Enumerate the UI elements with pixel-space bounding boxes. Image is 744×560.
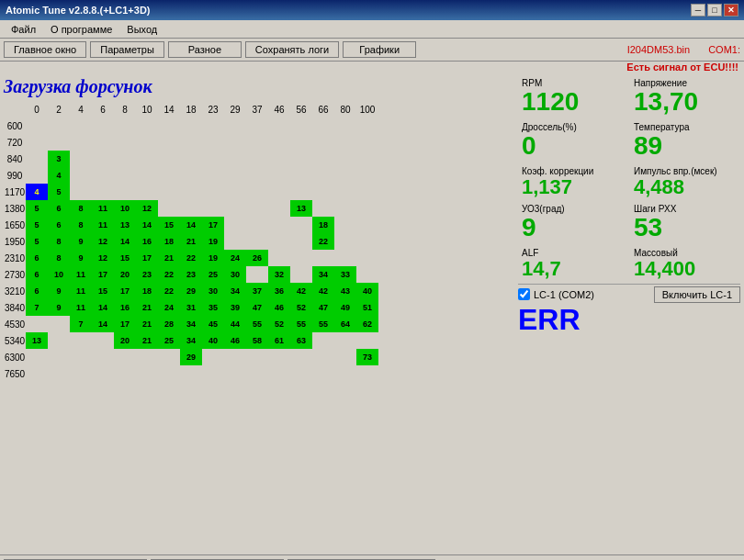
- grid-cell-empty[interactable]: [92, 134, 114, 151]
- grid-cell[interactable]: 16: [136, 233, 158, 250]
- grid-cell[interactable]: 32: [268, 266, 290, 283]
- grid-cell[interactable]: 26: [246, 250, 268, 266]
- grid-cell-empty[interactable]: [158, 151, 180, 167]
- grid-cell[interactable]: 5: [26, 217, 48, 233]
- grid-cell-empty[interactable]: [246, 365, 268, 382]
- grid-cell[interactable]: 64: [334, 316, 356, 332]
- grid-cell-empty[interactable]: [290, 217, 312, 233]
- grid-cell-empty[interactable]: [92, 151, 114, 167]
- grid-cell-empty[interactable]: [224, 118, 246, 134]
- grid-cell[interactable]: 39: [224, 299, 246, 316]
- grid-cell[interactable]: 4: [48, 167, 70, 184]
- grid-cell-empty[interactable]: [312, 200, 334, 217]
- grid-cell[interactable]: 49: [334, 299, 356, 316]
- grid-cell[interactable]: 5: [48, 184, 70, 200]
- grid-cell[interactable]: 24: [224, 250, 246, 266]
- grid-cell[interactable]: 34: [312, 266, 334, 283]
- grid-cell[interactable]: 24: [158, 299, 180, 316]
- grid-cell-empty[interactable]: [312, 184, 334, 200]
- grid-cell-empty[interactable]: [70, 332, 92, 349]
- grid-cell[interactable]: 13: [114, 217, 136, 233]
- grid-cell[interactable]: 47: [246, 299, 268, 316]
- grid-cell-empty[interactable]: [48, 316, 70, 332]
- grid-cell-empty[interactable]: [158, 167, 180, 184]
- grid-cell-empty[interactable]: [70, 349, 92, 365]
- grid-cell[interactable]: 12: [92, 250, 114, 266]
- grid-cell[interactable]: 21: [180, 233, 202, 250]
- grid-cell[interactable]: 15: [92, 283, 114, 299]
- grid-cell[interactable]: 47: [312, 299, 334, 316]
- grid-cell-empty[interactable]: [180, 151, 202, 167]
- grid-cell-empty[interactable]: [290, 233, 312, 250]
- grid-cell[interactable]: 31: [180, 299, 202, 316]
- grid-cell[interactable]: 12: [136, 200, 158, 217]
- grid-cell-empty[interactable]: [70, 134, 92, 151]
- grid-cell[interactable]: 22: [180, 250, 202, 266]
- grid-cell-empty[interactable]: [312, 134, 334, 151]
- grid-cell-empty[interactable]: [334, 118, 356, 134]
- grid-cell-empty[interactable]: [290, 134, 312, 151]
- grid-cell-empty[interactable]: [268, 151, 290, 167]
- grid-cell-empty[interactable]: [92, 332, 114, 349]
- close-button[interactable]: ✕: [724, 4, 738, 17]
- grid-cell-empty[interactable]: [136, 365, 158, 382]
- grid-cell-empty[interactable]: [268, 184, 290, 200]
- grid-cell-empty[interactable]: [246, 151, 268, 167]
- grid-cell-empty[interactable]: [92, 365, 114, 382]
- grid-cell-empty[interactable]: [114, 134, 136, 151]
- grid-cell-empty[interactable]: [246, 233, 268, 250]
- grid-cell[interactable]: 8: [70, 200, 92, 217]
- grid-cell-empty[interactable]: [70, 365, 92, 382]
- grid-cell-empty[interactable]: [334, 233, 356, 250]
- grid-cell[interactable]: 21: [158, 250, 180, 266]
- grid-cell-empty[interactable]: [180, 184, 202, 200]
- grid-cell[interactable]: 23: [180, 266, 202, 283]
- grid-cell-empty[interactable]: [92, 167, 114, 184]
- grid-cell-empty[interactable]: [48, 118, 70, 134]
- grid-cell[interactable]: 42: [312, 283, 334, 299]
- grid-cell-empty[interactable]: [224, 200, 246, 217]
- grid-cell[interactable]: 52: [268, 316, 290, 332]
- grid-cell-empty[interactable]: [334, 167, 356, 184]
- grid-cell[interactable]: 17: [114, 316, 136, 332]
- grid-cell-empty[interactable]: [48, 332, 70, 349]
- grid-cell-empty[interactable]: [180, 365, 202, 382]
- grid-cell[interactable]: 12: [92, 233, 114, 250]
- grid-cell-empty[interactable]: [268, 118, 290, 134]
- grid-cell[interactable]: 17: [92, 266, 114, 283]
- grid-cell-empty[interactable]: [334, 134, 356, 151]
- grid-cell[interactable]: 21: [136, 332, 158, 349]
- grid-cell[interactable]: 33: [334, 266, 356, 283]
- grid-cell[interactable]: 9: [70, 250, 92, 266]
- grid-cell[interactable]: 9: [70, 233, 92, 250]
- grid-cell-empty[interactable]: [202, 200, 224, 217]
- misc-button[interactable]: Разное: [168, 41, 242, 58]
- grid-cell-empty[interactable]: [356, 184, 378, 200]
- grid-cell-empty[interactable]: [224, 184, 246, 200]
- grid-cell-empty[interactable]: [312, 151, 334, 167]
- grid-cell-empty[interactable]: [356, 151, 378, 167]
- grid-cell-empty[interactable]: [290, 118, 312, 134]
- grid-cell[interactable]: 6: [26, 250, 48, 266]
- grid-cell[interactable]: 14: [92, 299, 114, 316]
- menu-file[interactable]: Файл: [4, 22, 43, 37]
- grid-cell[interactable]: 40: [356, 283, 378, 299]
- grid-cell-empty[interactable]: [202, 349, 224, 365]
- grid-cell[interactable]: 61: [268, 332, 290, 349]
- menu-about[interactable]: О программе: [43, 22, 119, 37]
- grid-cell[interactable]: 6: [26, 266, 48, 283]
- grid-cell-empty[interactable]: [92, 184, 114, 200]
- grid-cell-empty[interactable]: [290, 151, 312, 167]
- grid-cell-empty[interactable]: [202, 118, 224, 134]
- grid-cell-empty[interactable]: [114, 167, 136, 184]
- grid-cell[interactable]: 34: [180, 332, 202, 349]
- grid-cell-empty[interactable]: [246, 184, 268, 200]
- grid-cell-empty[interactable]: [290, 250, 312, 266]
- lc1-checkbox[interactable]: [518, 288, 530, 300]
- grid-cell-empty[interactable]: [158, 134, 180, 151]
- grid-cell-empty[interactable]: [224, 217, 246, 233]
- grid-cell-empty[interactable]: [180, 134, 202, 151]
- grid-cell[interactable]: 37: [246, 283, 268, 299]
- grid-cell-empty[interactable]: [268, 365, 290, 382]
- grid-cell[interactable]: 6: [48, 200, 70, 217]
